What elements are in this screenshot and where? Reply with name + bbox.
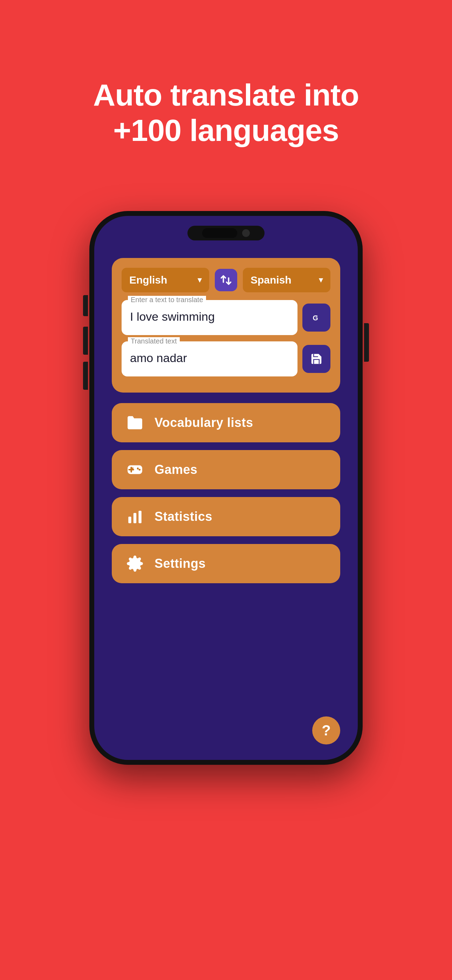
save-translation-button[interactable] bbox=[302, 345, 330, 373]
gamepad-icon bbox=[126, 461, 144, 479]
input-field-label: Enter a text to translate bbox=[128, 296, 206, 304]
settings-button[interactable]: Settings bbox=[112, 544, 340, 583]
notch-pill bbox=[202, 228, 237, 238]
save-icon bbox=[310, 352, 323, 366]
translate-input[interactable]: I love swimming bbox=[122, 300, 298, 335]
statistics-label: Statistics bbox=[154, 509, 212, 524]
phone-notch bbox=[188, 226, 264, 240]
svg-rect-12 bbox=[138, 511, 141, 523]
folder-icon bbox=[126, 414, 144, 432]
phone-button-vol-down bbox=[83, 362, 88, 390]
source-language-selector[interactable]: English ▾ bbox=[122, 268, 209, 292]
phone-button-silent bbox=[83, 295, 88, 316]
hero-line1: Auto translate into bbox=[93, 77, 359, 113]
target-language-label: Spanish bbox=[250, 274, 291, 286]
output-field-wrapper: Translated text amo nadar bbox=[122, 341, 330, 376]
settings-label: Settings bbox=[154, 556, 206, 571]
svg-point-9 bbox=[139, 469, 140, 471]
target-chevron-icon: ▾ bbox=[319, 275, 323, 285]
statistics-button[interactable]: Statistics bbox=[112, 497, 340, 536]
games-button[interactable]: Games bbox=[112, 450, 340, 489]
hero-line2: +100 languages bbox=[93, 113, 359, 148]
phone-button-power bbox=[364, 323, 369, 362]
swap-icon bbox=[220, 274, 232, 286]
input-field-wrapper: Enter a text to translate I love swimmin… bbox=[122, 300, 330, 335]
svg-point-8 bbox=[137, 468, 139, 470]
translator-card: English ▾ Spanish ▾ bbox=[112, 258, 340, 393]
phone-frame: English ▾ Spanish ▾ bbox=[89, 211, 363, 765]
svg-text:G: G bbox=[313, 314, 318, 322]
phone-screen: English ▾ Spanish ▾ bbox=[94, 216, 358, 760]
svg-rect-10 bbox=[128, 517, 131, 523]
vocabulary-lists-button[interactable]: Vocabulary lists bbox=[112, 403, 340, 442]
notch-camera bbox=[242, 229, 250, 237]
gear-icon bbox=[126, 555, 144, 573]
input-field-row: I love swimming G bbox=[122, 300, 330, 335]
games-label: Games bbox=[154, 462, 197, 477]
google-translate-icon: G bbox=[310, 311, 323, 324]
hero-heading: Auto translate into +100 languages bbox=[93, 77, 359, 148]
output-field-label: Translated text bbox=[128, 337, 180, 345]
phone-mockup: English ▾ Spanish ▾ bbox=[89, 211, 363, 765]
menu-section: Vocabulary lists bbox=[112, 403, 340, 583]
google-translate-button[interactable]: G bbox=[302, 304, 330, 332]
source-chevron-icon: ▾ bbox=[197, 275, 202, 285]
bar-chart-icon bbox=[126, 508, 144, 526]
phone-button-vol-up bbox=[83, 327, 88, 355]
vocabulary-lists-label: Vocabulary lists bbox=[154, 415, 253, 430]
help-button-label: ? bbox=[321, 722, 331, 739]
svg-rect-11 bbox=[134, 513, 136, 523]
output-field-row: amo nadar bbox=[122, 341, 330, 376]
target-language-selector[interactable]: Spanish ▾ bbox=[243, 268, 330, 292]
help-button[interactable]: ? bbox=[312, 716, 340, 745]
source-language-label: English bbox=[129, 274, 167, 286]
translated-output: amo nadar bbox=[122, 341, 298, 376]
language-row: English ▾ Spanish ▾ bbox=[122, 268, 330, 292]
swap-languages-button[interactable] bbox=[215, 269, 237, 291]
